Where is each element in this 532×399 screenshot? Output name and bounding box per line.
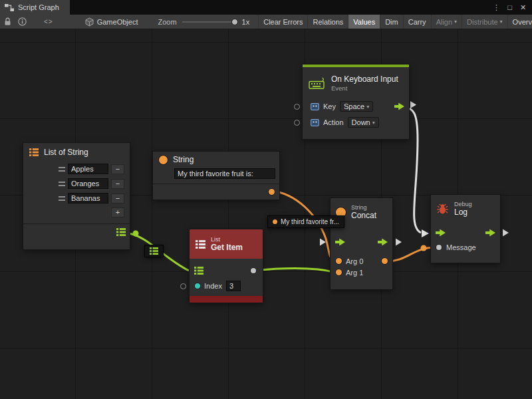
index-input-port[interactable] — [195, 283, 200, 289]
align-button[interactable]: Align ▾ — [431, 15, 462, 29]
zoom-label: Zoom — [158, 18, 176, 26]
arg0-row: Arg 0 — [331, 255, 392, 267]
dim-button[interactable]: Dim — [380, 15, 403, 29]
list-type-icon — [29, 148, 39, 156]
add-item-row: + — [23, 205, 130, 219]
trigger-output-port[interactable] — [394, 103, 404, 110]
remove-item-button[interactable]: − — [111, 179, 124, 189]
clear-errors-button[interactable]: Clear Errors — [258, 15, 307, 29]
arg0-label: Arg 0 — [346, 257, 363, 265]
node-title: On Keyboard Input — [331, 74, 398, 84]
graph-canvas[interactable]: On Keyboard Input Event Key Space ▾ — [0, 29, 532, 399]
node-on-keyboard-input[interactable]: On Keyboard Input Event Key Space ▾ — [303, 65, 409, 139]
node-category: String — [351, 204, 376, 211]
node-header: On Keyboard Input Event — [303, 67, 409, 98]
node-title: String — [173, 155, 194, 164]
flow-input-port[interactable] — [436, 229, 446, 237]
list-output-port[interactable] — [116, 228, 126, 236]
flow-input-port[interactable] — [335, 239, 345, 246]
drag-handle-icon[interactable] — [59, 196, 65, 201]
item-output-port[interactable] — [251, 268, 256, 273]
drag-handle-icon[interactable] — [59, 182, 65, 186]
flow-output-port[interactable] — [378, 239, 388, 246]
wire-getitem-to-concat[interactable] — [253, 269, 336, 273]
window-maximize-icon[interactable]: □ — [504, 2, 515, 13]
gameobject-icon — [85, 17, 94, 27]
list-item-input[interactable] — [68, 178, 108, 189]
node-title: List of String — [44, 148, 88, 157]
align-label: Align — [436, 18, 452, 26]
window-menu-icon[interactable]: ⋮ — [491, 2, 502, 13]
string-output-port[interactable] — [269, 189, 275, 195]
dropdown-arrow-icon: ▾ — [366, 104, 369, 110]
node-header: String — [153, 152, 279, 168]
input-port-indicator[interactable] — [294, 120, 300, 126]
distribute-label: Distribute — [467, 18, 497, 26]
flow-arrowhead — [422, 229, 429, 237]
list-input-row — [190, 263, 263, 279]
node-string-literal[interactable]: String — [153, 152, 279, 200]
list-item-input[interactable] — [68, 164, 108, 174]
node-category: List — [211, 236, 243, 243]
overview-button[interactable]: Overv — [507, 15, 532, 29]
index-input[interactable] — [226, 281, 241, 291]
graph-target-label: GameObject — [97, 18, 138, 26]
string-value-tooltip: My third favorite fr... — [267, 215, 344, 228]
wire-concat-to-message[interactable] — [387, 247, 436, 261]
flow-row — [331, 234, 392, 250]
values-button[interactable]: Values — [348, 15, 380, 29]
action-port-label: Action — [323, 118, 344, 126]
node-get-item[interactable]: List Get Item Index — [190, 229, 263, 303]
zoom-value: 1x — [242, 18, 250, 26]
string-type-icon — [159, 156, 168, 164]
tab-title: Script Graph — [18, 3, 59, 11]
message-input-port[interactable] — [436, 245, 442, 250]
carry-button[interactable]: Carry — [403, 15, 431, 29]
string-value-input[interactable] — [174, 168, 275, 179]
window-close-icon[interactable]: ✕ — [517, 2, 529, 13]
drag-handle-icon[interactable] — [59, 167, 65, 172]
tab-script-graph[interactable]: Script Graph — [0, 0, 70, 15]
action-dropdown-value: Down — [352, 118, 370, 126]
add-item-button[interactable]: + — [111, 207, 124, 217]
list-icon — [150, 247, 158, 255]
key-dropdown[interactable]: Space ▾ — [340, 101, 373, 112]
dropdown-arrow-icon: ▾ — [500, 19, 503, 25]
remove-item-button[interactable]: − — [111, 164, 124, 174]
action-dropdown[interactable]: Down ▾ — [348, 117, 379, 128]
flow-output-port[interactable] — [485, 229, 495, 237]
node-debug-log[interactable]: Debug Log Message — [431, 195, 500, 263]
list-input-port[interactable] — [194, 267, 203, 275]
list-icon — [196, 240, 205, 249]
graph-target[interactable]: GameObject — [85, 17, 138, 27]
zoom-handle[interactable] — [231, 19, 238, 25]
string-value-row — [153, 168, 279, 180]
unity-script-graph-window: Script Graph ⋮ □ ✕ <> GameObject Zoom 1x — [0, 0, 532, 399]
info-icon[interactable] — [18, 17, 27, 26]
node-list-of-string[interactable]: List of String − − − + — [23, 143, 130, 249]
relations-button[interactable]: Relations — [307, 15, 348, 29]
node-header: List Get Item — [190, 229, 263, 259]
message-row: Message — [431, 240, 500, 255]
keyboard-event-icon — [309, 77, 326, 89]
node-concat[interactable]: String Concat Arg 0 Arg — [331, 198, 392, 289]
flow-marker-log-out — [503, 229, 509, 237]
input-port-indicator[interactable] — [294, 104, 300, 110]
result-output-port[interactable] — [382, 258, 388, 264]
code-view-icon[interactable]: <> — [44, 18, 53, 25]
string-preview-text: My third favorite fr... — [281, 218, 339, 225]
zoom-slider[interactable] — [182, 15, 238, 29]
input-port-indicator[interactable] — [180, 283, 186, 289]
list-item-input[interactable] — [68, 193, 108, 203]
tab-bar: Script Graph ⋮ □ ✕ — [0, 0, 532, 15]
toolbar-buttons: Clear Errors Relations Values Dim Carry … — [258, 15, 532, 29]
distribute-button[interactable]: Distribute ▾ — [462, 15, 507, 29]
arg0-input-port[interactable] — [336, 258, 342, 264]
window-controls: ⋮ □ ✕ — [491, 2, 532, 13]
lock-icon[interactable] — [4, 17, 11, 26]
index-row: Index — [190, 279, 263, 293]
arg1-input-port[interactable] — [336, 269, 342, 275]
remove-item-button[interactable]: − — [111, 194, 124, 203]
node-subtitle: Event — [331, 84, 398, 92]
list-item-row: − — [23, 191, 130, 205]
